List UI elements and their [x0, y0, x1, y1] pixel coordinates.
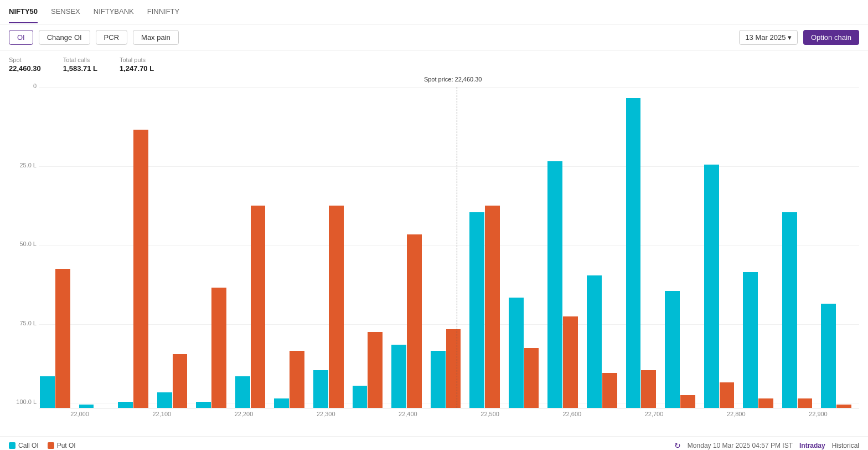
call-bar — [704, 165, 719, 408]
put-bar — [173, 354, 188, 408]
put-oi-legend: Put OI — [48, 442, 76, 449]
bar-group — [235, 206, 266, 408]
put-color-swatch — [48, 442, 54, 449]
put-bar — [720, 382, 735, 408]
spot-stat: Spot 22,460.30 — [9, 57, 41, 73]
x-axis-label: 22,400 — [367, 411, 449, 417]
y-axis-label: 25.0 L — [19, 162, 37, 168]
put-bar — [563, 316, 578, 408]
bar-group — [821, 304, 851, 408]
nav-tab-finnifty[interactable]: FINNIFTY — [147, 1, 180, 23]
x-axis-label: 22,000 — [39, 411, 121, 417]
call-bar — [391, 345, 406, 408]
option-chain-button[interactable]: Option chain — [803, 30, 859, 45]
call-bar — [821, 304, 836, 408]
x-axis-label: 22,900 — [777, 411, 859, 417]
bar-group — [196, 288, 226, 408]
grid-line — [39, 245, 859, 246]
total-puts-stat: Total puts 1,247.70 L — [120, 57, 154, 73]
total-calls-value: 1,583.71 L — [63, 64, 97, 73]
nav-tab-nifty50[interactable]: NIFTY50 — [9, 1, 38, 23]
filter-btn-pcr[interactable]: PCR — [96, 30, 127, 45]
bar-group — [391, 234, 422, 408]
put-bar — [133, 130, 148, 408]
call-bar — [782, 212, 797, 408]
put-bar — [251, 206, 266, 408]
filter-btn-oi[interactable]: OI — [9, 30, 33, 45]
y-axis-label: 75.0 L — [19, 320, 37, 326]
y-axis-label: 100.0 L — [16, 398, 37, 405]
call-bar — [743, 272, 758, 408]
intraday-tab[interactable]: Intraday — [799, 442, 825, 449]
date-dropdown[interactable]: 13 Mar 2025 ▾ — [739, 30, 798, 45]
call-oi-legend: Call OI — [9, 442, 39, 449]
bar-group — [118, 130, 148, 408]
bar-group — [547, 161, 578, 408]
refresh-icon[interactable]: ↻ — [674, 441, 681, 450]
put-bar — [329, 206, 344, 408]
call-bar — [40, 376, 55, 408]
call-bar — [469, 212, 484, 408]
spot-price-line: Spot price: 22,460.30 — [457, 87, 457, 408]
filter-btn-change-oi[interactable]: Change OI — [39, 30, 90, 45]
top-nav: NIFTY50SENSEXNIFTYBANKFINNIFTY — [0, 0, 868, 24]
put-bar — [524, 348, 539, 408]
bar-group — [469, 206, 500, 408]
call-bar — [665, 291, 680, 408]
call-bar — [157, 392, 172, 408]
x-axis-label: 22,600 — [531, 411, 613, 417]
spot-value: 22,460.30 — [9, 64, 41, 73]
bar-group — [782, 212, 813, 408]
stats-row: Spot 22,460.30 Total calls 1,583.71 L To… — [0, 51, 868, 76]
put-bar — [211, 288, 226, 408]
bar-group — [743, 272, 773, 408]
call-color-swatch — [9, 442, 16, 449]
x-axis-label: 22,100 — [121, 411, 203, 417]
put-bar — [55, 269, 70, 408]
bar-group — [665, 291, 695, 408]
total-puts-label: Total puts — [120, 57, 154, 63]
app-container: NIFTY50SENSEXNIFTYBANKFINNIFTY OIChange … — [0, 0, 868, 450]
put-bar — [798, 398, 813, 408]
call-bar — [79, 405, 94, 408]
call-bar — [118, 402, 133, 408]
call-bar — [431, 351, 446, 408]
put-bar — [368, 332, 383, 408]
x-axis-label: 22,800 — [695, 411, 777, 417]
bar-group — [509, 298, 539, 408]
bar-group — [40, 269, 70, 408]
bar-group — [313, 206, 344, 408]
call-bar — [547, 161, 562, 408]
call-bar — [274, 398, 289, 408]
filter-btn-max-pain[interactable]: Max pain — [133, 30, 179, 45]
call-bar — [353, 386, 368, 408]
grid-line — [39, 166, 859, 167]
put-bar — [407, 234, 422, 408]
y-axis-label: 0 — [33, 83, 37, 89]
grid-line — [39, 324, 859, 325]
call-bar — [313, 370, 328, 408]
call-legend-label: Call OI — [18, 442, 39, 449]
spot-price-label: Spot price: 22,460.30 — [424, 76, 482, 83]
call-bar — [626, 98, 641, 408]
bar-group — [157, 354, 188, 408]
x-axis-label: 22,500 — [449, 411, 531, 417]
historical-tab[interactable]: Historical — [832, 442, 859, 449]
grid-line — [39, 87, 859, 88]
bar-group — [704, 165, 735, 408]
spot-label: Spot — [9, 57, 41, 63]
x-axis-label: 22,300 — [285, 411, 367, 417]
total-puts-value: 1,247.70 L — [120, 64, 154, 73]
nav-tab-niftybank[interactable]: NIFTYBANK — [94, 1, 134, 23]
put-bar — [602, 373, 617, 408]
call-bar — [509, 298, 524, 408]
x-axis-label: 22,700 — [613, 411, 695, 417]
put-bar — [680, 395, 695, 408]
put-bar — [641, 370, 656, 408]
y-axis-label: 50.0 L — [19, 241, 37, 247]
bar-group — [274, 351, 304, 408]
bar-group — [353, 332, 383, 408]
call-bar — [235, 376, 250, 408]
nav-tab-sensex[interactable]: SENSEX — [51, 1, 80, 23]
bottom-bar: Call OI Put OI ↻ Monday 10 Mar 2025 04:5… — [0, 436, 868, 450]
